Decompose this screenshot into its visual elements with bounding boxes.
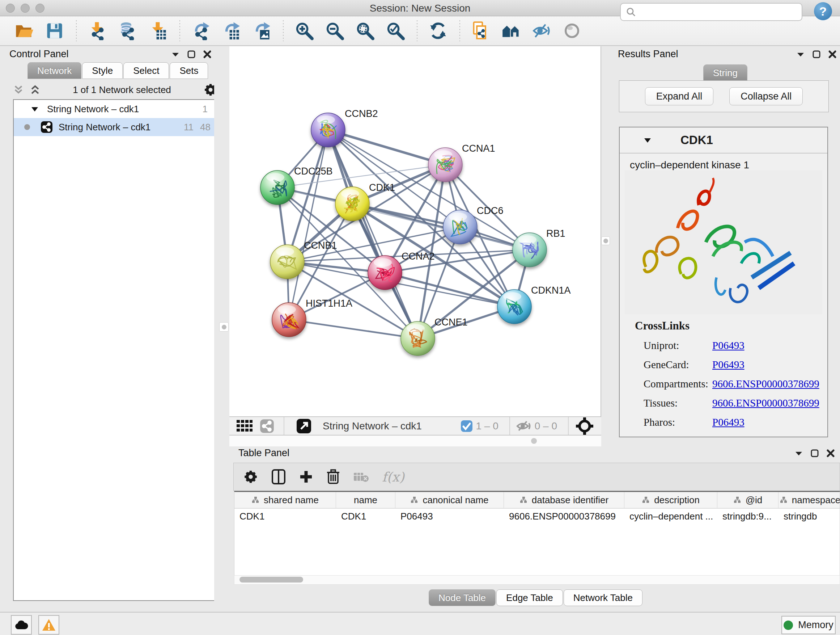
automation-status-button[interactable]	[11, 615, 32, 635]
network-row[interactable]: String Network – cdk1 11 48	[14, 118, 217, 136]
export-image-button[interactable]	[250, 19, 273, 42]
import-network-file-button[interactable]	[86, 19, 109, 42]
column-header-name[interactable]: name	[336, 492, 395, 508]
node-label: CCNA2	[401, 251, 435, 262]
node-label: CDK1	[369, 182, 395, 193]
string-glassball-button[interactable]	[561, 19, 583, 42]
zoom-in-icon	[295, 21, 314, 40]
zoom-out-button[interactable]	[324, 19, 346, 42]
control-panel-menu-icon[interactable]	[171, 50, 180, 59]
import-database-icon	[118, 21, 137, 40]
collection-disclosure-icon[interactable]	[30, 105, 39, 113]
add-column-icon[interactable]	[299, 470, 313, 484]
column-network-icon	[251, 496, 259, 504]
tab-select[interactable]: Select	[123, 62, 169, 79]
node-CDKN1A[interactable]: CDKN1A	[497, 285, 571, 324]
node-RB1[interactable]: RB1	[513, 228, 565, 267]
table-panel-close-icon[interactable]	[826, 448, 835, 458]
collapse-all-icon[interactable]	[13, 84, 24, 96]
expand-all-icon[interactable]	[30, 84, 41, 96]
birds-eye-view-icon[interactable]	[576, 417, 593, 435]
gene-disclosure-icon[interactable]	[643, 135, 652, 145]
tab-edge-table[interactable]: Edge Table	[496, 589, 563, 606]
column-header-database-identifier[interactable]: database identifier	[504, 492, 624, 508]
node-HIST1H1A[interactable]: HIST1H1A	[272, 298, 352, 337]
bottom-splitter-handle[interactable]	[531, 438, 537, 444]
column-header-shared-name[interactable]: shared name	[234, 492, 336, 508]
control-panel-float-icon[interactable]	[187, 50, 196, 59]
column-header--id[interactable]: @id	[717, 492, 778, 508]
zoom-fit-button[interactable]	[354, 19, 376, 42]
control-panel: Control Panel NetworkStyleSelectSets 1 o…	[4, 46, 214, 611]
right-splitter-handle[interactable]	[601, 236, 610, 245]
control-panel-close-icon[interactable]	[202, 50, 212, 59]
edge-HIST1H1A-CCNE1[interactable]	[289, 320, 418, 339]
string-view-icon[interactable]	[260, 419, 274, 433]
crosslink-row: Uniprot:P06493	[644, 340, 827, 352]
open-in-browser-icon[interactable]	[296, 418, 312, 434]
network-canvas[interactable]: CCNB2CCNA1CDC25BCDK1CDC6RB1CCNB1CCNA2CDK…	[229, 46, 601, 416]
tab-node-table[interactable]: Node Table	[429, 589, 496, 606]
network-collection-row[interactable]: String Network – cdk1 1	[14, 100, 217, 118]
crosslink-link[interactable]: P06493	[712, 340, 745, 352]
warnings-button[interactable]	[38, 615, 59, 635]
eye-slash-icon	[532, 21, 551, 40]
memory-button[interactable]: Memory	[782, 616, 836, 634]
search-input[interactable]	[639, 4, 802, 19]
toolbar-separator	[76, 20, 77, 41]
crosslink-link[interactable]: 9606.ENSP00000378699	[712, 397, 819, 409]
export-network-button[interactable]	[189, 19, 212, 42]
protein-structure-image	[625, 170, 822, 314]
string-home-button[interactable]	[500, 19, 523, 42]
refresh-icon	[429, 21, 447, 40]
table-panel-menu-icon[interactable]	[794, 448, 804, 458]
left-splitter-handle[interactable]	[219, 322, 229, 332]
tab-string[interactable]: String	[703, 65, 747, 81]
zoom-in-button[interactable]	[293, 19, 316, 42]
results-panel-float-icon[interactable]	[812, 50, 821, 59]
save-session-button[interactable]	[43, 19, 66, 42]
expand-all-button[interactable]: Expand All	[645, 87, 714, 105]
delete-column-icon[interactable]	[326, 469, 340, 485]
string-labels-button[interactable]	[531, 19, 553, 42]
show-columns-icon[interactable]	[271, 469, 286, 485]
column-header-namespace[interactable]: namespace	[778, 492, 840, 508]
table-settings-gear-icon[interactable]	[243, 469, 258, 485]
edge-CCNB2-HIST1H1A[interactable]	[289, 130, 328, 320]
gene-entry-header[interactable]: CDK1	[620, 127, 827, 154]
crosslink-link[interactable]: P06493	[712, 416, 745, 428]
apply-layout-button[interactable]	[427, 19, 449, 42]
grid-view-icon[interactable]	[237, 420, 253, 432]
help-button[interactable]: ?	[814, 2, 832, 20]
control-panel-tabs: NetworkStyleSelectSets	[27, 62, 209, 79]
scrollbar-thumb[interactable]	[240, 577, 303, 583]
tab-style[interactable]: Style	[82, 62, 123, 79]
selected-checkbox-icon[interactable]	[461, 420, 473, 432]
tab-network[interactable]: Network	[27, 62, 81, 79]
tab-network-table[interactable]: Network Table	[564, 589, 643, 606]
table-row[interactable]: CDK1CDK1P064939606.ENSP00000378699cyclin…	[234, 509, 840, 524]
network-view-toolbar: String Network – cdk1 1 – 0 0 – 0	[229, 416, 601, 435]
collapse-all-button[interactable]: Collapse All	[729, 87, 803, 105]
table-column-headers: shared namenamecanonical namedatabase id…	[234, 492, 840, 509]
sphere-icon	[562, 21, 581, 40]
toolbar-separator	[283, 20, 284, 41]
crosslink-link[interactable]: P06493	[712, 359, 745, 371]
results-panel-menu-icon[interactable]	[796, 50, 805, 59]
string-import-button[interactable]	[470, 19, 492, 42]
import-table-button[interactable]	[147, 19, 169, 42]
zoom-selected-button[interactable]	[384, 19, 407, 42]
bottom-splitter[interactable]	[229, 435, 601, 447]
results-panel-close-icon[interactable]	[828, 50, 837, 59]
column-header-description[interactable]: description	[624, 492, 717, 508]
crosslink-link[interactable]: 9606.ENSP00000378699	[712, 378, 819, 390]
open-session-button[interactable]	[13, 19, 35, 42]
column-header-canonical-name[interactable]: canonical name	[395, 492, 504, 508]
table-panel-float-icon[interactable]	[810, 448, 819, 458]
export-table-button[interactable]	[220, 19, 242, 42]
table-horizontal-scrollbar[interactable]	[234, 575, 840, 585]
hidden-eye-slash-icon[interactable]	[515, 420, 532, 432]
import-network-database-button[interactable]	[117, 19, 139, 42]
tab-sets[interactable]: Sets	[170, 62, 208, 79]
node-CCNA1[interactable]: CCNA1	[428, 143, 495, 182]
